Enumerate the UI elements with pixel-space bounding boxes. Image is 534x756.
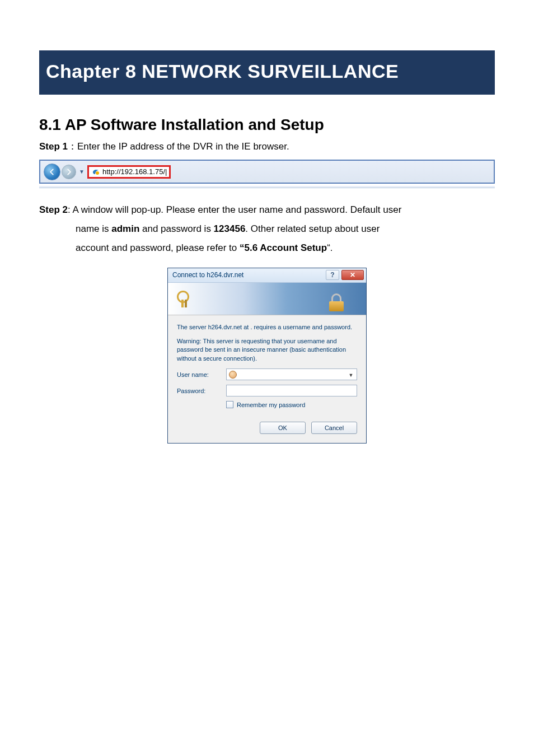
svg-point-0 <box>96 171 99 175</box>
step2-line3: account and password, please refer to “5… <box>39 239 495 258</box>
step2-line3a: account and password, please refer to <box>76 242 240 253</box>
dialog-close-button[interactable]: ✕ <box>341 270 364 280</box>
step2-line2b: and password is <box>139 223 213 234</box>
step2-line1: Step 2: A window will pop-up. Please ent… <box>39 200 495 220</box>
arrow-left-icon <box>48 168 56 176</box>
password-input[interactable] <box>226 385 357 396</box>
ie-favicon-icon <box>91 167 100 176</box>
step2-line2a: name is <box>76 223 111 234</box>
keys-icon <box>174 287 196 310</box>
step1-sep: ： <box>68 141 77 152</box>
step2-line2c: . Other related setup about user <box>245 223 380 234</box>
url-input-highlight: http://192.168.1.75/| <box>87 165 171 179</box>
step2-label: Step 2 <box>39 204 68 215</box>
step2-pwd: 123456 <box>214 223 246 234</box>
step1-label: Step 1 <box>39 141 68 152</box>
remember-checkbox[interactable] <box>226 401 233 408</box>
step2-line3b: “. <box>327 242 332 253</box>
step2-admin: admin <box>111 223 139 234</box>
step2-ref: “5.6 Account Setup <box>240 242 327 253</box>
url-input[interactable]: http://192.168.1.75/| <box>102 167 167 176</box>
dialog-titlebar[interactable]: Connect to h264.dvr.net ? ✕ <box>168 268 366 283</box>
dialog-msg2: Warning: This server is requesting that … <box>177 337 357 363</box>
ie-bar-bottom <box>39 186 495 188</box>
section-title: 8.1 AP Software Installation and Setup <box>39 116 495 134</box>
dialog-banner <box>168 283 366 315</box>
step1-body: Enter the IP address of the DVR in the I… <box>77 141 289 152</box>
chapter-title: Chapter 8 NETWORK SURVEILLANCE <box>46 60 399 82</box>
chevron-down-icon[interactable]: ▼ <box>346 370 355 380</box>
ok-button[interactable]: OK <box>260 422 306 434</box>
step2-line1a: : A window will pop-up. Please enter the… <box>68 204 401 215</box>
remember-label: Remember my password <box>237 402 305 408</box>
forward-button[interactable] <box>62 165 76 179</box>
username-label: User name: <box>177 371 226 378</box>
ie-address-bar: ▼ http://192.168.1.75/| <box>39 160 495 184</box>
dialog-help-button[interactable]: ? <box>326 270 339 280</box>
dialog-title: Connect to h264.dvr.net <box>172 271 243 279</box>
arrow-right-icon <box>65 168 73 176</box>
password-label: Password: <box>177 388 226 394</box>
back-button[interactable] <box>44 164 60 180</box>
user-icon <box>229 371 237 379</box>
history-dropdown[interactable]: ▼ <box>78 169 85 175</box>
auth-dialog: Connect to h264.dvr.net ? ✕ <box>167 268 367 444</box>
dialog-msg1: The server h264.dvr.net at . requires a … <box>177 323 357 332</box>
step1-text: Step 1：Enter the IP address of the DVR i… <box>39 139 495 154</box>
lock-icon <box>328 293 345 311</box>
chapter-banner: Chapter 8 NETWORK SURVEILLANCE <box>39 50 495 95</box>
cancel-button[interactable]: Cancel <box>311 422 357 434</box>
username-input[interactable]: ▼ <box>226 368 357 380</box>
step2-line2: name is admin and password is 123456. Ot… <box>39 220 495 239</box>
